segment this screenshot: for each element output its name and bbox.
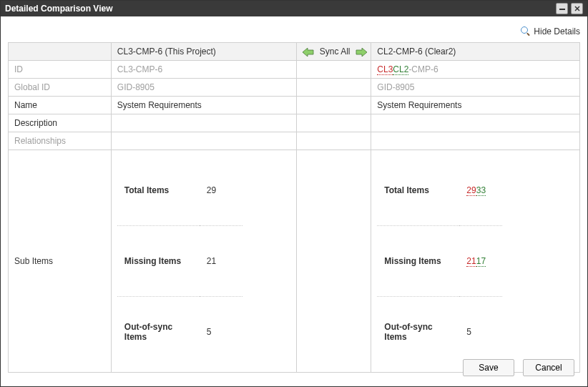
- sub-items-mid: [297, 150, 371, 373]
- row-name: Name System Requirements System Requirem…: [9, 97, 580, 114]
- total-items-label: Total Items: [377, 155, 459, 226]
- description-left: [111, 114, 297, 132]
- comparison-table: CL3-CMP-6 (This Project) Sync All CL2-CM…: [8, 42, 580, 373]
- missing-items-value: 2117: [459, 226, 502, 297]
- description-mid: [297, 114, 371, 132]
- global-id-right: GID-8905: [371, 79, 580, 97]
- total-items-value: 29: [200, 155, 242, 226]
- footer-buttons: Save Cancel: [463, 359, 574, 376]
- row-id: ID CL3-CMP-6 CL3CL2-CMP-6: [9, 61, 580, 79]
- svg-marker-4: [356, 48, 367, 57]
- description-right: [371, 114, 580, 132]
- missing-items-label: Missing Items: [377, 226, 459, 297]
- sub-items-right-table: Total Items 2933 Missing Items 2117: [377, 155, 502, 367]
- header-right-project: CL2-CMP-6 (Clear2): [371, 43, 580, 61]
- hide-details-label: Hide Details: [534, 26, 580, 36]
- table-row: Out-of-sync Items 5: [377, 297, 502, 368]
- relationships-mid: [297, 132, 371, 150]
- missing-del: 21: [466, 256, 476, 267]
- table-row: Missing Items 21: [117, 226, 242, 297]
- name-left: System Requirements: [111, 97, 297, 114]
- minimize-button[interactable]: [556, 3, 568, 14]
- id-right: CL3CL2-CMP-6: [371, 61, 580, 79]
- sub-items-left: Total Items 29 Missing Items 21 Out-of-s…: [111, 150, 297, 373]
- sub-items-left-table: Total Items 29 Missing Items 21 Out-of-s…: [117, 155, 242, 367]
- name-mid: [297, 97, 371, 114]
- oos-items-label: Out-of-sync Items: [377, 297, 459, 368]
- table-row: Total Items 29: [117, 155, 242, 226]
- row-relationships: Relationships: [9, 132, 580, 150]
- sync-all-label: Sync All: [320, 46, 351, 57]
- label-sub-items: Sub Items: [9, 150, 112, 373]
- table-row: Total Items 2933: [377, 155, 502, 226]
- content-area: Hide Details CL3-CMP-6 (This Project) Sy…: [1, 16, 587, 386]
- toolbar-top: Hide Details: [8, 24, 580, 39]
- window-title: Detailed Comparison View: [5, 4, 113, 14]
- missing-ins: 17: [476, 256, 486, 267]
- id-mid: [297, 61, 371, 79]
- id-right-del: CL3: [377, 64, 393, 75]
- relationships-right: [371, 132, 580, 150]
- row-global-id: Global ID GID-8905 GID-8905: [9, 79, 580, 97]
- arrow-right-icon: [356, 48, 367, 57]
- sync-all-cell[interactable]: Sync All: [297, 43, 371, 61]
- relationships-left: [111, 132, 297, 150]
- arrow-left-icon: [303, 48, 314, 57]
- row-description: Description: [9, 114, 580, 132]
- total-ins: 33: [476, 185, 486, 196]
- table-row: Missing Items 2117: [377, 226, 502, 297]
- titlebar: Detailed Comparison View: [1, 1, 587, 16]
- label-relationships: Relationships: [9, 132, 112, 150]
- total-items-label: Total Items: [117, 155, 200, 226]
- save-button[interactable]: Save: [463, 359, 514, 376]
- id-left: CL3-CMP-6: [111, 61, 297, 79]
- total-del: 29: [466, 185, 476, 196]
- header-left-project: CL3-CMP-6 (This Project): [111, 43, 297, 61]
- global-id-left: GID-8905: [111, 79, 297, 97]
- label-name: Name: [9, 97, 112, 114]
- id-right-ins: CL2: [393, 64, 408, 75]
- table-row: Out-of-sync Items 5: [117, 297, 242, 368]
- name-right: System Requirements: [371, 97, 580, 114]
- row-sub-items: Sub Items Total Items 29 Missing Items 2…: [9, 150, 580, 373]
- cancel-button[interactable]: Cancel: [523, 359, 574, 376]
- label-global-id: Global ID: [9, 79, 112, 97]
- hide-details-link[interactable]: Hide Details: [521, 26, 580, 36]
- missing-items-value: 21: [200, 226, 242, 297]
- oos-items-value: 5: [459, 297, 502, 368]
- label-description: Description: [9, 114, 112, 132]
- svg-rect-0: [559, 9, 565, 10]
- oos-items-label: Out-of-sync Items: [117, 297, 200, 368]
- total-items-value: 2933: [459, 155, 502, 226]
- sub-items-right: Total Items 2933 Missing Items 2117: [371, 150, 580, 373]
- dialog-window: Detailed Comparison View Hide Details: [0, 0, 588, 387]
- missing-items-label: Missing Items: [117, 226, 200, 297]
- label-id: ID: [9, 61, 112, 79]
- id-right-rest: -CMP-6: [408, 64, 438, 74]
- svg-marker-3: [303, 48, 313, 57]
- header-blank: [9, 43, 112, 61]
- header-row: CL3-CMP-6 (This Project) Sync All CL2-CM…: [9, 43, 580, 61]
- global-id-mid: [297, 79, 371, 97]
- close-button[interactable]: [571, 3, 583, 14]
- magnifier-icon: [521, 26, 531, 36]
- oos-items-value: 5: [200, 297, 242, 368]
